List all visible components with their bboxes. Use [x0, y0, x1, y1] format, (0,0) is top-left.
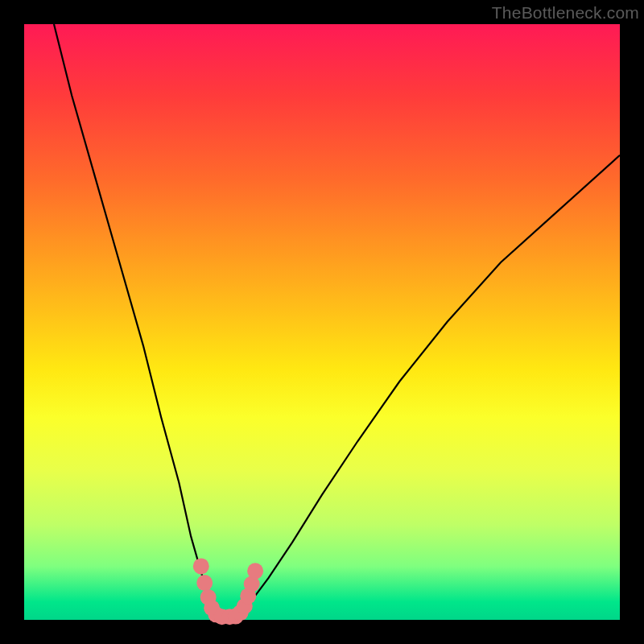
range-marker — [196, 575, 213, 591]
watermark-text: TheBottleneck.com — [492, 3, 639, 23]
chart-svg — [0, 0, 644, 644]
range-marker — [193, 558, 209, 574]
range-marker — [247, 563, 263, 579]
chart-container: TheBottleneck.com — [0, 0, 644, 644]
bottleneck-curve — [54, 24, 620, 620]
